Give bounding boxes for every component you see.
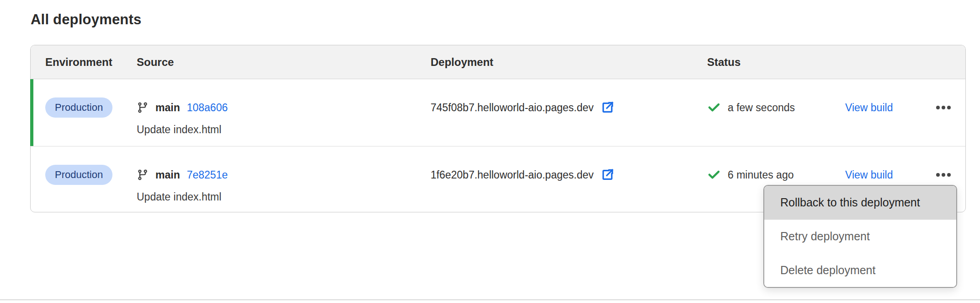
git-branch-icon	[137, 102, 149, 114]
deployment-url: 1f6e20b7.helloworld-aio.pages.dev	[431, 169, 594, 181]
header-source: Source	[137, 56, 431, 69]
view-build-link[interactable]: View build	[845, 169, 893, 181]
deployments-page: All deployments Environment Source Deplo…	[0, 0, 980, 303]
environment-badge: Production	[45, 165, 112, 185]
commit-link[interactable]: 108a606	[187, 102, 228, 114]
git-branch-icon	[137, 169, 149, 181]
commit-link[interactable]: 7e8251e	[187, 169, 228, 181]
deployment-url: 745f08b7.helloworld-aio.pages.dev	[431, 102, 594, 114]
status-time: 6 minutes ago	[728, 169, 794, 181]
context-menu-item[interactable]: Retry deployment	[764, 220, 956, 254]
branch-name: main	[155, 102, 180, 114]
success-check-icon	[707, 101, 721, 114]
table-header-row: Environment Source Deployment Status	[31, 45, 965, 79]
header-status: Status	[707, 56, 965, 69]
branch-name: main	[155, 169, 180, 181]
status-time: a few seconds	[728, 102, 795, 114]
header-deployment: Deployment	[431, 56, 707, 69]
context-menu-item[interactable]: Delete deployment	[764, 253, 956, 287]
view-build-link[interactable]: View build	[845, 102, 893, 114]
page-title: All deployments	[31, 10, 141, 29]
external-link-icon[interactable]	[600, 100, 615, 115]
header-environment: Environment	[45, 56, 137, 69]
success-check-icon	[707, 168, 721, 182]
row-actions-button[interactable]	[935, 97, 952, 118]
commit-message: Update index.html	[137, 191, 431, 203]
context-menu-item[interactable]: Rollback to this deployment	[764, 186, 956, 220]
external-link-icon[interactable]	[600, 168, 615, 182]
row-actions-button[interactable]	[935, 165, 952, 185]
section-divider	[0, 299, 980, 300]
row-actions-menu: Rollback to this deployment Retry deploy…	[763, 185, 957, 288]
commit-message: Update index.html	[137, 124, 431, 136]
table-row: Production main 108a606 Update index.htm…	[31, 79, 965, 146]
environment-badge: Production	[45, 97, 112, 118]
